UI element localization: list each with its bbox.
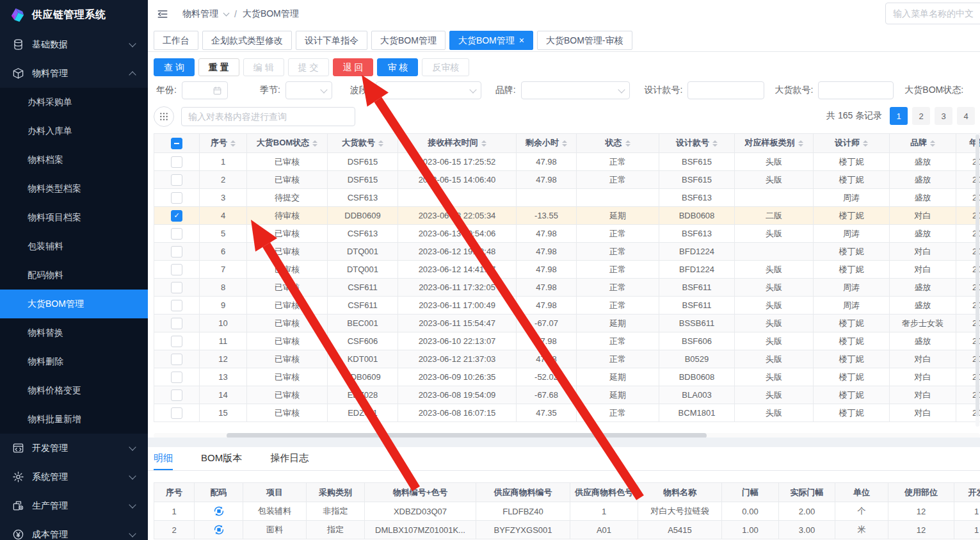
row-checkbox[interactable]: [171, 174, 182, 186]
table-row[interactable]: 1包装辅料非指定XDBZD03Q07FLDFBZ401对白大号拉链袋0.002.…: [154, 502, 980, 521]
row-checkbox[interactable]: [171, 336, 182, 347]
table-row[interactable]: 5已审核CSF6132023-06-13 10:54:0647.98正常BSF6…: [154, 225, 980, 243]
sidebar-group[interactable]: 物料管理: [0, 59, 148, 88]
collapse-sidebar-icon[interactable]: [156, 8, 169, 20]
page-button[interactable]: 1: [890, 107, 908, 125]
tab[interactable]: 设计下单指令: [296, 31, 367, 50]
select-all-checkbox[interactable]: [171, 138, 182, 149]
tab[interactable]: 工作台: [154, 31, 198, 50]
row-checkbox[interactable]: [171, 156, 182, 168]
row-checkbox[interactable]: [171, 372, 182, 383]
sidebar-item[interactable]: 物料删除: [0, 347, 148, 376]
detail-tab[interactable]: BOM版本: [201, 447, 242, 470]
table-row[interactable]: 7已审核DTQ0012023-06-12 14:41:1747.98正常BFD1…: [154, 261, 980, 279]
column-header[interactable]: 大货款号: [328, 134, 398, 153]
sort-icon[interactable]: [481, 138, 486, 149]
sidebar-item[interactable]: 大货BOM管理: [0, 290, 148, 318]
tab[interactable]: 大货BOM管理×: [449, 31, 533, 50]
table-search-input[interactable]: [181, 107, 355, 126]
toolbar-button[interactable]: 审 核: [377, 58, 418, 76]
table-row[interactable]: 13已审核DDB06092023-06-09 10:26:35-52.02延期B…: [154, 368, 980, 386]
column-header[interactable]: 对应样板类别: [735, 134, 814, 153]
menu-search-input[interactable]: [885, 3, 980, 24]
sidebar-group[interactable]: 成本管理: [0, 520, 148, 540]
sidebar-group[interactable]: 开发管理: [0, 434, 148, 462]
table-row[interactable]: 14已审核EDZ0282023-06-08 19:54:09-67.68延期BL…: [154, 386, 980, 404]
sidebar-item[interactable]: 包装辅料: [0, 232, 148, 261]
toolbar-button[interactable]: 查 询: [154, 58, 195, 76]
table-row[interactable]: 6已审核DTQ0012023-06-12 19:12:4847.98正常BFD1…: [154, 243, 980, 261]
column-header[interactable]: 状态: [577, 134, 659, 153]
sidebar-item[interactable]: 办料入库单: [0, 117, 148, 145]
tab[interactable]: 大货BOM管理: [371, 31, 446, 50]
table-row[interactable]: 2面料指定DMLBX107MZ01001K...BYFZYXGS001A01A5…: [154, 521, 980, 539]
sidebar-group[interactable]: 生产管理: [0, 491, 148, 520]
column-header[interactable]: 剩余小时: [517, 134, 577, 153]
table-row[interactable]: 12已审核KDT0012023-06-12 21:37:0347.98正常B05…: [154, 350, 980, 368]
row-checkbox[interactable]: [171, 318, 182, 329]
table-row[interactable]: 1已审核DSF6152023-06-15 17:25:5247.98正常BSF6…: [154, 153, 980, 171]
toolbar-button[interactable]: 重 置: [198, 58, 239, 76]
close-icon[interactable]: ×: [519, 36, 524, 45]
table-row[interactable]: ✓4待审核DDB06092023-06-13 22:05:34-13.55延期B…: [154, 207, 980, 225]
sidebar-item[interactable]: 物料批量新增: [0, 405, 148, 434]
toolbar-button[interactable]: 退 回: [333, 58, 374, 76]
date-input[interactable]: [182, 81, 228, 99]
tab[interactable]: 企划款式类型修改: [202, 31, 292, 50]
row-checkbox[interactable]: [171, 354, 182, 365]
filter-input[interactable]: [818, 81, 894, 99]
sidebar-item[interactable]: 物料替换: [0, 318, 148, 347]
table-row[interactable]: 15已审核EDZ0112023-06-08 16:07:1547.35正常BCM…: [154, 404, 980, 422]
sort-icon[interactable]: [312, 138, 317, 149]
page-button[interactable]: 2: [912, 107, 930, 125]
breadcrumb-parent[interactable]: 物料管理: [182, 8, 218, 20]
column-header[interactable]: 品牌: [890, 134, 956, 153]
table-row[interactable]: 9已审核CSF6112023-06-11 17:00:4947.98正常BSF6…: [154, 297, 980, 315]
table-row[interactable]: 11已审核CSF6062023-06-10 22:13:0747.98正常BSF…: [154, 332, 980, 350]
detail-tab[interactable]: 操作日志: [270, 447, 309, 470]
sidebar-item[interactable]: 物料价格变更: [0, 376, 148, 405]
vertical-scrollbar[interactable]: [976, 133, 979, 427]
sort-icon[interactable]: [378, 138, 383, 149]
row-checkbox[interactable]: [171, 192, 182, 204]
sort-icon[interactable]: [863, 138, 868, 149]
sidebar-group[interactable]: 系统管理: [0, 462, 148, 491]
row-checkbox[interactable]: ✓: [171, 210, 182, 222]
column-header[interactable]: 设计师: [814, 134, 890, 153]
row-checkbox[interactable]: [171, 228, 182, 240]
page-button[interactable]: 4: [957, 107, 975, 125]
sidebar-group[interactable]: 基础数据: [0, 30, 148, 59]
sort-icon[interactable]: [798, 138, 803, 149]
vertical-scrollbar-thumb[interactable]: [976, 135, 979, 416]
sort-icon[interactable]: [230, 138, 236, 149]
sidebar-item[interactable]: 办料采购单: [0, 88, 148, 117]
table-row[interactable]: 8已审核CSF6112023-06-11 17:32:0547.98正常BSF6…: [154, 279, 980, 297]
row-checkbox[interactable]: [171, 300, 182, 311]
column-settings-button[interactable]: [154, 106, 174, 127]
row-checkbox[interactable]: [171, 246, 182, 258]
sort-icon[interactable]: [930, 138, 935, 149]
table-row[interactable]: 2已审核DSF6152023-06-15 14:06:4047.98正常BSF6…: [154, 171, 980, 189]
sidebar-item[interactable]: 物料项目档案: [0, 203, 148, 232]
sort-icon[interactable]: [625, 138, 631, 149]
column-header[interactable]: 序号: [200, 134, 247, 153]
sidebar-item[interactable]: 配码物料: [0, 261, 148, 290]
column-header[interactable]: 设计款号: [659, 134, 735, 153]
column-header[interactable]: 接收样衣时间: [398, 134, 517, 153]
sort-icon[interactable]: [562, 138, 567, 149]
column-header[interactable]: 大货BOM状态: [247, 134, 328, 153]
filter-select[interactable]: [376, 81, 481, 99]
tab[interactable]: 大货BOM管理-审核: [537, 31, 632, 50]
table-row[interactable]: 3待提交CSF613BSF613周涛盛放2023: [154, 189, 980, 207]
sidebar-item[interactable]: 物料档案: [0, 145, 148, 174]
filter-select[interactable]: [285, 81, 332, 99]
filter-select[interactable]: [521, 81, 630, 99]
row-checkbox[interactable]: [171, 407, 182, 419]
filter-input[interactable]: [687, 81, 764, 99]
table-row[interactable]: 10已审核BEC0012023-06-11 15:54:47-67.07延期BS…: [154, 315, 980, 332]
row-checkbox[interactable]: [171, 389, 182, 401]
detail-tab[interactable]: 明细: [154, 447, 173, 470]
row-checkbox[interactable]: [171, 282, 182, 293]
page-button[interactable]: 3: [935, 107, 952, 125]
row-checkbox[interactable]: [171, 264, 182, 275]
